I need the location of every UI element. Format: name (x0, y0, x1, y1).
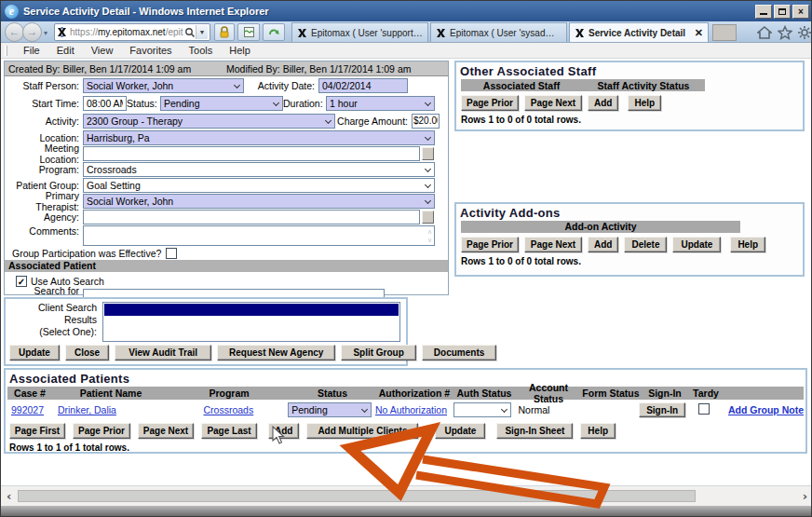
back-button[interactable]: ← (5, 22, 24, 42)
row-status-select[interactable]: Pending (288, 402, 372, 417)
add-button[interactable]: Add (588, 237, 618, 252)
menu-file[interactable]: File (15, 45, 48, 56)
add-group-note-link[interactable]: Add Group Note (728, 404, 804, 415)
close-button[interactable]: × (792, 5, 809, 19)
menu-tools[interactable]: Tools (181, 45, 222, 56)
settings-gear-icon[interactable] (797, 25, 812, 40)
no-authorization-link[interactable]: No Authorization (375, 404, 447, 415)
scroll-left-icon[interactable]: ‹ (7, 489, 11, 503)
compatibility-view-button[interactable] (237, 23, 260, 41)
update-button[interactable]: Update (435, 423, 485, 439)
close-button[interactable]: Close (65, 345, 109, 361)
title-bar: e Service Activity Detail - Windows Inte… (1, 1, 812, 21)
favorites-star-icon[interactable] (778, 25, 792, 40)
status-select[interactable]: Pending (160, 96, 283, 111)
page-next-button[interactable]: Page Next (524, 237, 582, 252)
forward-button[interactable]: → (22, 22, 42, 42)
split-group-button[interactable]: Split Group (341, 345, 415, 361)
page-prior-button[interactable]: Page Prior (461, 95, 519, 111)
page-next-button[interactable]: Page Next (138, 423, 194, 439)
duration-label: Duration: (283, 98, 326, 109)
update-button[interactable]: Update (672, 237, 721, 252)
meeting-location-lookup-button[interactable] (422, 147, 434, 160)
address-bar[interactable]: https://my.epitomax.net/epit ▼ (54, 23, 210, 41)
help-button[interactable]: Help (580, 423, 616, 439)
staff-person-select[interactable]: Social Worker, John (83, 78, 244, 93)
location-select[interactable]: Harrisburg, Pa (83, 130, 435, 145)
patient-name-link[interactable]: Drinker, Dalia (58, 404, 116, 415)
tab-epitomax-support[interactable]: Epitomax ( User 'support' logge... (291, 22, 428, 42)
maximize-icon (778, 8, 786, 15)
help-button[interactable]: Help (628, 95, 661, 111)
chevron-down-icon (501, 406, 508, 413)
recent-pages-chevron-icon[interactable]: ▾ (44, 29, 47, 37)
internet-explorer-icon: e (5, 5, 19, 19)
menu-help[interactable]: Help (221, 45, 259, 56)
maximize-button[interactable] (774, 5, 791, 19)
scrollbar-thumb[interactable] (18, 490, 696, 502)
help-button[interactable]: Help (730, 237, 765, 252)
agency-lookup-button[interactable] (422, 211, 434, 224)
add-multiple-clients-button[interactable]: Add Multiple Clients (306, 423, 418, 439)
horizontal-scrollbar[interactable]: ‹ › (1, 485, 812, 506)
activity-date-input[interactable] (318, 78, 408, 93)
page-last-button[interactable]: Page Last (201, 423, 257, 439)
sign-in-sheet-button[interactable]: Sign-In Sheet (496, 423, 573, 439)
comments-label: Comments: (7, 225, 83, 237)
page-first-button[interactable]: Page First (9, 423, 65, 439)
refresh-button[interactable] (263, 23, 285, 41)
program-select[interactable]: Crossroads (83, 162, 435, 177)
epitomax-favicon (436, 28, 446, 38)
group-participation-checkbox[interactable] (166, 248, 177, 259)
page-prior-button[interactable]: Page Prior (73, 423, 130, 439)
column-account-status: Account Status (516, 381, 581, 405)
service-activity-form: Created By: Biller, Ben 1/17/2014 1:09 a… (4, 61, 449, 295)
tab-service-activity-detail[interactable]: Service Activity Detail ✕ (569, 22, 709, 42)
search-icon[interactable] (184, 27, 196, 38)
duration-select[interactable]: 1 hour (326, 96, 435, 111)
associated-patients-panel: Associated Patients Case # Patient Name … (4, 368, 807, 454)
add-button[interactable]: Add (588, 95, 618, 111)
page-next-button[interactable]: Page Next (524, 95, 582, 111)
menu-favorites[interactable]: Favorites (121, 45, 180, 56)
page-prior-button[interactable]: Page Prior (461, 237, 519, 252)
primary-therapist-select[interactable]: Social Worker, John (83, 194, 435, 209)
tab-label: Epitomax ( User 'sysadmin121' l... (450, 28, 562, 38)
activity-select[interactable]: 2300 Group - Therapy (83, 114, 335, 129)
patient-group-select[interactable]: Goal Setting (83, 178, 435, 193)
sign-in-button[interactable]: Sign-In (639, 402, 685, 417)
minimize-button[interactable] (755, 5, 772, 19)
selected-result-row[interactable] (104, 304, 399, 316)
view-audit-trail-button[interactable]: View Audit Trail (115, 345, 211, 361)
scroll-right-icon[interactable]: › (803, 489, 807, 503)
tab-epitomax-sysadmin[interactable]: Epitomax ( User 'sysadmin121' l... (430, 22, 567, 42)
comments-textarea[interactable]: ∧ ∨ (83, 225, 435, 246)
agency-input[interactable] (83, 210, 420, 224)
tab-close-icon[interactable]: ✕ (695, 27, 703, 39)
update-button[interactable]: Update (9, 345, 60, 361)
add-button[interactable]: Add (268, 423, 299, 439)
menu-view[interactable]: View (83, 45, 122, 56)
menu-edit[interactable]: Edit (48, 45, 83, 56)
client-search-results-listbox[interactable] (102, 302, 400, 342)
address-dropdown-button[interactable]: ▼ (196, 25, 208, 39)
security-lock-button[interactable] (214, 23, 235, 41)
documents-button[interactable]: Documents (422, 345, 496, 361)
meeting-location-input[interactable] (83, 146, 420, 161)
start-time-input[interactable] (83, 96, 127, 111)
case-number-link[interactable]: 992027 (11, 404, 44, 415)
program-cell: Crossroads (169, 404, 289, 415)
auth-status-select[interactable] (453, 402, 511, 417)
new-tab-button[interactable] (712, 24, 737, 41)
url-text[interactable]: https://my.epitomax.net/epit (70, 27, 184, 37)
home-icon[interactable] (757, 25, 772, 40)
charge-amount-input[interactable] (412, 114, 440, 129)
program-link[interactable]: Crossroads (204, 404, 254, 415)
tardy-checkbox[interactable] (698, 403, 710, 415)
request-new-agency-button[interactable]: Request New Agency (217, 345, 335, 361)
tab-label: Epitomax ( User 'support' logge... (311, 28, 423, 38)
modified-by-text: Modified By: Biller, Ben 1/17/2014 1:09 … (226, 63, 444, 75)
column-status: Status (289, 387, 376, 400)
delete-button[interactable]: Delete (624, 237, 667, 252)
case-cell: 992027 (7, 404, 52, 415)
